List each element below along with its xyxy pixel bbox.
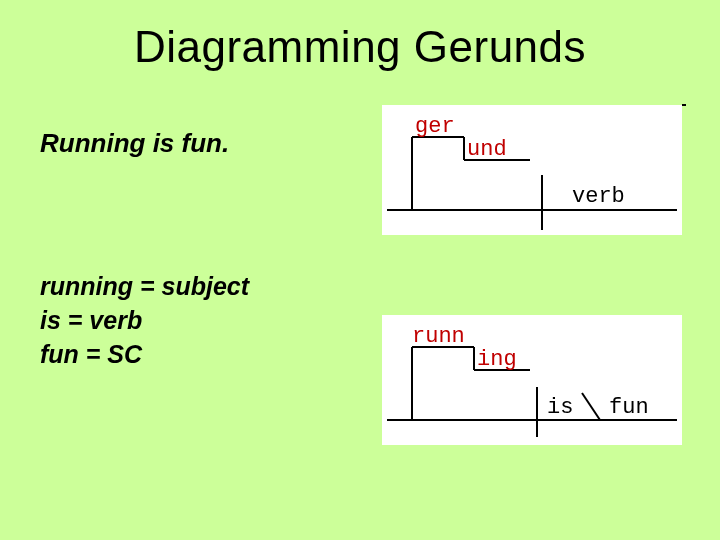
analysis-line-sc: fun = SC <box>40 338 249 372</box>
diagram1-word-upper: ger <box>415 114 455 139</box>
analysis-line-subject: running = subject <box>40 270 249 304</box>
diagram-mark <box>682 104 686 106</box>
diagram-generic-gerund: ger und verb <box>382 105 682 235</box>
diagram1-verb-label: verb <box>572 184 625 209</box>
slide-title: Diagramming Gerunds <box>0 22 720 72</box>
diagram2-verb: is <box>547 395 573 420</box>
analysis-line-verb: is = verb <box>40 304 249 338</box>
diagram2-word-lower: ing <box>477 347 517 372</box>
diagram-running-is-fun: runn ing is fun <box>382 315 682 445</box>
diagram1-word-lower: und <box>467 137 507 162</box>
example-sentence: Running is fun. <box>40 128 229 159</box>
parse-analysis: running = subject is = verb fun = SC <box>40 270 249 371</box>
svg-line-14 <box>582 393 600 420</box>
diagram2-sc: fun <box>609 395 649 420</box>
diagram2-word-upper: runn <box>412 324 465 349</box>
